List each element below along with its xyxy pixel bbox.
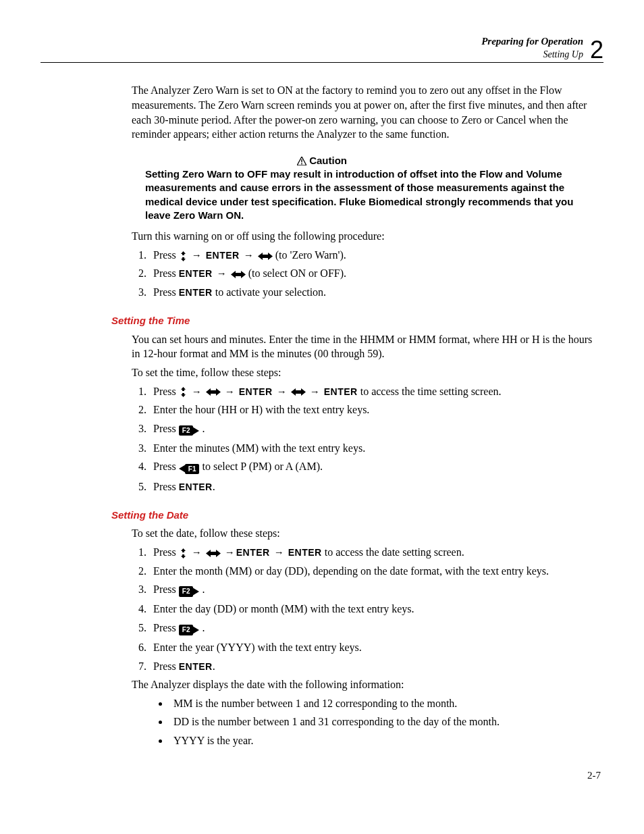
- procedure-lead: Turn this warning on or off using the fo…: [132, 229, 597, 244]
- left-right-key-icon: [258, 253, 273, 260]
- page-number: 2-7: [41, 768, 601, 782]
- svg-point-2: [301, 163, 302, 165]
- setup-key-icon: [179, 251, 188, 261]
- step-item: Press → ENTER → (to 'Zero Warn').: [149, 248, 597, 263]
- svg-marker-10: [291, 388, 306, 396]
- step-item: Enter the minutes (MM) with the text ent…: [149, 441, 597, 456]
- enter-key: ENTER: [236, 547, 270, 558]
- svg-marker-7: [181, 387, 186, 391]
- step-item: Press → → ENTER → → ENTER to access the …: [149, 384, 597, 399]
- date-lead: To set the date, follow these steps:: [132, 526, 597, 541]
- arrow-icon: →: [190, 386, 203, 397]
- svg-marker-3: [181, 251, 186, 255]
- chapter-number: 2: [590, 39, 603, 61]
- arrow-icon: →: [275, 386, 288, 397]
- f2-key-icon: F2: [179, 583, 200, 598]
- step-item: Press ENTER to activate your selection.: [149, 285, 597, 300]
- step-item: Enter the day (DD) or month (MM) with th…: [149, 602, 597, 617]
- enter-key: ENTER: [324, 386, 358, 397]
- time-intro: You can set hours and minutes. Enter the…: [132, 332, 597, 361]
- svg-marker-9: [206, 388, 221, 396]
- bullet-item: YYYY is the year.: [169, 733, 597, 748]
- enter-key: ENTER: [179, 661, 213, 672]
- arrow-icon: →: [190, 249, 203, 261]
- date-bullets: MM is the number between 1 and 12 corres…: [152, 696, 597, 748]
- f2-key-icon: F2: [179, 422, 200, 437]
- enter-key: ENTER: [239, 386, 273, 397]
- left-right-key-icon: [206, 550, 221, 557]
- arrow-icon: →: [215, 267, 228, 279]
- warning-icon: [297, 157, 306, 165]
- date-tail: The Analyzer displays the date with the …: [132, 677, 597, 692]
- bullet-item: DD is the number between 1 and 31 corres…: [169, 714, 597, 729]
- svg-marker-8: [181, 393, 186, 397]
- step-item: Press F2 .: [149, 421, 597, 437]
- setup-key-icon: [179, 387, 188, 397]
- caution-heading: Caution: [41, 154, 603, 167]
- caution-label: Caution: [309, 155, 347, 166]
- enter-key: ENTER: [179, 287, 213, 298]
- step-item: Press ENTER.: [149, 479, 597, 494]
- step-item: Press F2 .: [149, 621, 597, 636]
- step-item: Enter the month (MM) or day (DD), depend…: [149, 564, 597, 579]
- header-subtitle: Setting Up: [481, 49, 583, 61]
- svg-marker-4: [181, 257, 186, 261]
- svg-marker-13: [206, 550, 221, 557]
- zero-warn-steps: Press → ENTER → (to 'Zero Warn'). Press …: [132, 248, 597, 300]
- time-steps: Press → → ENTER → → ENTER to access the …: [132, 384, 597, 494]
- enter-key: ENTER: [206, 250, 240, 261]
- setup-key-icon: [179, 548, 188, 558]
- svg-marker-11: [181, 548, 186, 552]
- arrow-icon: →: [273, 546, 286, 558]
- enter-key: ENTER: [288, 547, 322, 558]
- arrow-icon: →: [223, 546, 236, 558]
- f2-key-icon: F2: [179, 621, 200, 636]
- enter-key: ENTER: [179, 268, 213, 279]
- arrow-icon: →: [242, 249, 255, 261]
- date-steps: Press → →ENTER → ENTER to access the dat…: [132, 545, 597, 673]
- svg-marker-12: [181, 554, 186, 558]
- step-item: Enter the hour (HH or H) with the text e…: [149, 402, 597, 417]
- left-right-key-icon: [291, 388, 306, 396]
- section-heading-time: Setting the Time: [111, 314, 603, 328]
- step-item: Press ENTER → (to select ON or OFF).: [149, 266, 597, 281]
- step-item: Press ENTER.: [149, 659, 597, 674]
- left-right-key-icon: [231, 271, 246, 278]
- left-right-key-icon: [206, 388, 221, 396]
- step-item: Press F1 to select P (PM) or A (AM).: [149, 459, 597, 475]
- arrow-icon: →: [308, 386, 321, 397]
- intro-paragraph: The Analyzer Zero Warn is set to ON at t…: [132, 83, 597, 141]
- section-heading-date: Setting the Date: [111, 509, 603, 522]
- arrow-icon: →: [190, 546, 203, 558]
- caution-body: Setting Zero Warn to OFF may result in i…: [145, 167, 576, 222]
- page-header: Preparing for Operation Setting Up 2: [41, 34, 603, 63]
- step-item: Press F2 .: [149, 582, 597, 598]
- svg-marker-6: [231, 271, 246, 278]
- step-item: Press → →ENTER → ENTER to access the dat…: [149, 545, 597, 560]
- step-item: Enter the year (YYYY) with the text entr…: [149, 640, 597, 655]
- arrow-icon: →: [223, 386, 236, 397]
- svg-marker-5: [258, 253, 273, 260]
- time-lead: To set the time, follow these steps:: [132, 365, 597, 380]
- bullet-item: MM is the number between 1 and 12 corres…: [169, 696, 597, 711]
- enter-key: ENTER: [179, 481, 213, 492]
- header-title: Preparing for Operation: [481, 34, 583, 48]
- f1-key-icon: F1: [179, 461, 200, 475]
